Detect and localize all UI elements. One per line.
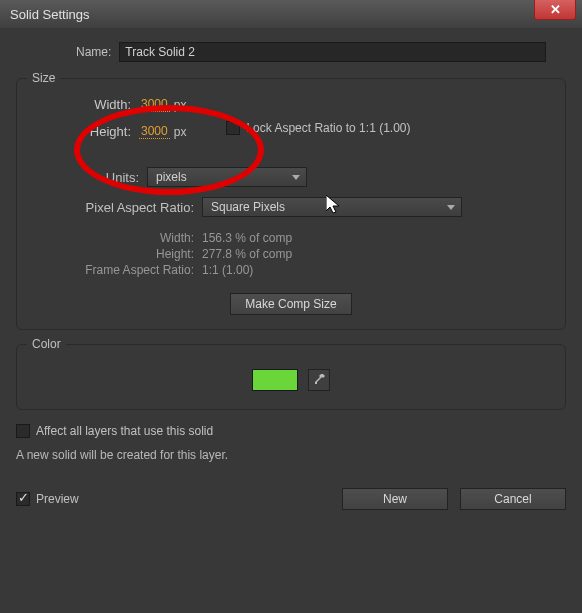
pixel-aspect-label: Pixel Aspect Ratio: (31, 200, 194, 215)
preview-group[interactable]: Preview (16, 492, 79, 506)
cancel-button[interactable]: Cancel (460, 488, 566, 510)
close-icon: ✕ (550, 2, 561, 17)
close-button[interactable]: ✕ (534, 0, 576, 20)
dimensions-block: Width: 3000 px Height: 3000 px (51, 97, 186, 151)
height-value[interactable]: 3000 (139, 124, 170, 139)
window-title: Solid Settings (10, 7, 90, 22)
dialog-body: Name: Size Width: 3000 px Height: 3000 p… (0, 28, 582, 526)
units-value: pixels (156, 170, 187, 184)
eyedropper-button[interactable] (308, 369, 330, 391)
preview-label: Preview (36, 492, 79, 506)
info-height-label: Height: (31, 247, 194, 261)
lock-aspect-label: Lock Aspect Ratio to 1:1 (1.00) (246, 121, 410, 135)
color-title: Color (27, 337, 66, 351)
size-title: Size (27, 71, 60, 85)
height-row: Height: 3000 px (51, 124, 186, 139)
new-button[interactable]: New (342, 488, 448, 510)
color-group: Color (16, 344, 566, 410)
eyedropper-icon (312, 373, 326, 387)
info-frame-row: Frame Aspect Ratio: 1:1 (1.00) (31, 263, 551, 277)
make-comp-row: Make Comp Size (31, 293, 551, 315)
info-height-row: Height: 277.8 % of comp (31, 247, 551, 261)
width-label: Width: (51, 97, 131, 112)
width-unit: px (174, 98, 187, 112)
affect-layers-checkbox[interactable] (16, 424, 30, 438)
info-height-value: 277.8 % of comp (202, 247, 292, 261)
info-frame-value: 1:1 (1.00) (202, 263, 253, 277)
height-unit: px (174, 125, 187, 139)
height-label: Height: (51, 124, 131, 139)
affect-layers-row[interactable]: Affect all layers that use this solid (16, 424, 566, 438)
units-label: Units: (81, 170, 139, 185)
info-width-value: 156.3 % of comp (202, 231, 292, 245)
size-top: Width: 3000 px Height: 3000 px Lock Aspe… (31, 97, 551, 151)
note-text: A new solid will be created for this lay… (16, 448, 566, 462)
bottom-row: Preview New Cancel (16, 488, 566, 510)
color-swatch[interactable] (252, 369, 298, 391)
titlebar: Solid Settings ✕ (0, 0, 582, 28)
lock-aspect-checkbox[interactable] (226, 121, 240, 135)
info-width-row: Width: 156.3 % of comp (31, 231, 551, 245)
color-row (31, 363, 551, 395)
name-label: Name: (76, 45, 111, 59)
pixel-aspect-row: Pixel Aspect Ratio: Square Pixels (31, 197, 551, 217)
preview-checkbox[interactable] (16, 492, 30, 506)
width-row: Width: 3000 px (51, 97, 186, 112)
units-row: Units: pixels (81, 167, 551, 187)
name-input[interactable] (119, 42, 546, 62)
info-width-label: Width: (31, 231, 194, 245)
size-group: Size Width: 3000 px Height: 3000 px Lock… (16, 78, 566, 330)
info-frame-label: Frame Aspect Ratio: (31, 263, 194, 277)
affect-layers-label: Affect all layers that use this solid (36, 424, 213, 438)
units-dropdown[interactable]: pixels (147, 167, 307, 187)
width-value[interactable]: 3000 (139, 97, 170, 112)
lock-aspect-row[interactable]: Lock Aspect Ratio to 1:1 (1.00) (226, 121, 410, 135)
pixel-aspect-value: Square Pixels (211, 200, 285, 214)
make-comp-size-button[interactable]: Make Comp Size (230, 293, 351, 315)
pixel-aspect-dropdown[interactable]: Square Pixels (202, 197, 462, 217)
name-row: Name: (76, 42, 566, 62)
